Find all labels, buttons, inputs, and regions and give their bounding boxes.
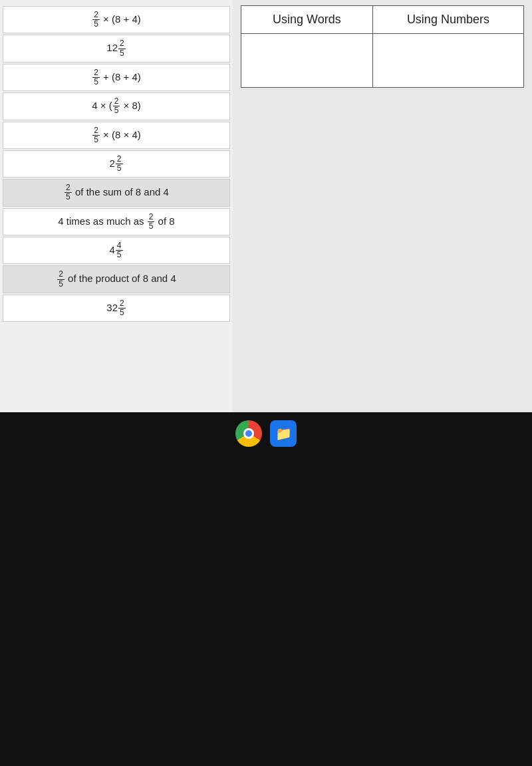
item-words: 4 times as much as 25 of 8: [58, 213, 174, 231]
item-number: 445: [109, 241, 123, 259]
item-words: 25 of the sum of 8 and 4: [64, 184, 169, 201]
item-words: 25 of the product of 8 and 4: [57, 270, 176, 288]
list-item[interactable]: 1225: [3, 35, 230, 62]
item-number: 225: [109, 155, 123, 173]
left-panel: 25 × (8 + 4) 1225 25 + (8 + 4) 4 × (25 ×…: [0, 0, 233, 412]
item-expression: 25 + (8 + 4): [92, 68, 141, 86]
right-panel: Using Words Using Numbers: [233, 0, 532, 412]
list-item[interactable]: 4 times as much as 25 of 8: [3, 208, 230, 235]
chrome-icon[interactable]: [235, 420, 262, 447]
item-expression: 25 × (8 × 4): [92, 126, 141, 144]
main-screen: 25 × (8 + 4) 1225 25 + (8 + 4) 4 × (25 ×…: [0, 0, 532, 412]
item-expression: 25 × (8 + 4): [92, 11, 141, 29]
item-number: 1225: [106, 39, 126, 57]
words-cell: [241, 34, 373, 88]
col-using-words: Using Words: [241, 6, 373, 34]
list-item[interactable]: 25 × (8 × 4): [3, 122, 230, 149]
files-icon[interactable]: 📁: [270, 420, 297, 447]
table-row: [241, 34, 524, 88]
taskbar: 📁: [0, 412, 532, 766]
list-item[interactable]: 25 of the product of 8 and 4: [3, 265, 230, 293]
list-item[interactable]: 445: [3, 237, 230, 264]
list-item[interactable]: 25 of the sum of 8 and 4: [3, 179, 230, 206]
item-expression: 4 × (25 × 8): [92, 97, 141, 115]
list-item[interactable]: 25 × (8 + 4): [3, 6, 230, 33]
list-item[interactable]: 3225: [3, 295, 230, 322]
numbers-cell: [372, 34, 523, 88]
list-item[interactable]: 4 × (25 × 8): [3, 92, 230, 120]
words-numbers-table: Using Words Using Numbers: [241, 5, 524, 88]
taskbar-icons: 📁: [235, 420, 297, 447]
col-using-numbers: Using Numbers: [372, 6, 523, 34]
list-item[interactable]: 25 + (8 + 4): [3, 64, 230, 91]
list-item[interactable]: 225: [3, 150, 230, 178]
item-number: 3225: [106, 299, 126, 317]
